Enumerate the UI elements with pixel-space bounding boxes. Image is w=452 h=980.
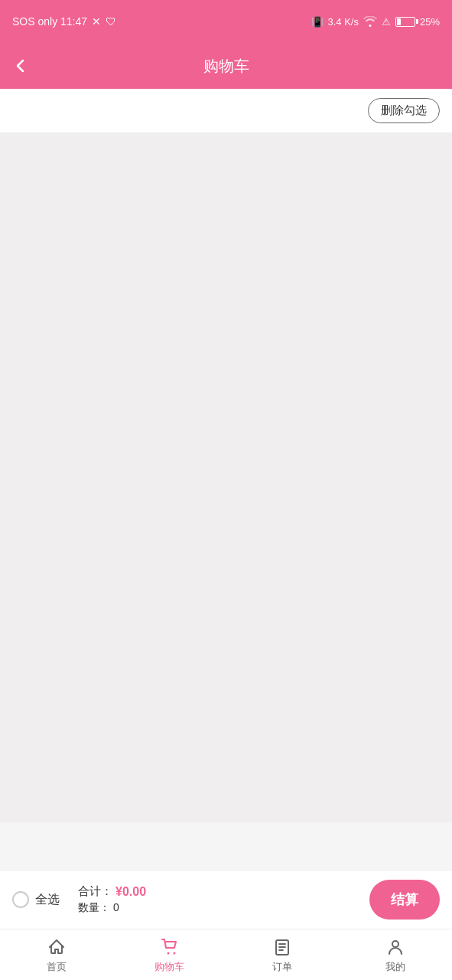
select-all-label: 全选 [35,892,60,908]
tab-orders[interactable]: 订单 [226,929,340,980]
battery-percent: 25% [420,16,440,28]
total-price-value: ¥0.00 [115,885,146,899]
battery-icon [395,17,415,27]
svg-point-0 [167,952,169,955]
total-price-row: 合计： ¥0.00 [78,884,360,899]
status-bar: SOS only 11:47 ✕ 🛡 📳 3.4 K/s ⚠ 25% [0,0,452,43]
tab-profile-label: 我的 [385,960,405,974]
cart-content [0,133,452,822]
tab-profile[interactable]: 我的 [339,929,452,980]
quantity-value: 0 [113,901,119,913]
bottom-bar: 全选 合计： ¥0.00 数量： 0 结算 首页 [0,870,452,980]
action-bar: 删除勾选 [0,89,452,133]
alert-icon: ⚠ [382,16,391,28]
shield-icon: 🛡 [106,15,116,28]
tab-home-label: 首页 [47,960,67,974]
delete-selected-button[interactable]: 删除勾选 [368,98,440,123]
select-all-area: 全选 [12,891,60,908]
cart-icon [160,937,180,957]
profile-icon [385,937,405,957]
tab-bar: 首页 购物车 订单 [0,929,452,980]
total-qty-row: 数量： 0 [78,901,360,915]
checkout-bar: 全选 合计： ¥0.00 数量： 0 结算 [0,870,452,929]
tab-cart-label: 购物车 [154,960,184,974]
total-label: 合计： [78,884,112,899]
home-icon [47,937,67,957]
header: 购物车 [0,43,452,89]
tab-cart[interactable]: 购物车 [113,929,226,980]
notification-icon: ✕ [92,15,101,28]
status-text: SOS only 11:47 [12,15,87,28]
totals: 合计： ¥0.00 数量： 0 [78,884,360,915]
orders-icon [272,937,292,957]
page-title: 购物车 [203,56,249,77]
tab-home[interactable]: 首页 [0,929,113,980]
svg-point-1 [173,952,175,955]
tab-orders-label: 订单 [272,960,292,974]
checkout-button[interactable]: 结算 [369,880,440,920]
wifi-icon [363,16,377,27]
svg-point-3 [392,941,398,947]
status-bar-right: 📳 3.4 K/s ⚠ 25% [311,16,441,28]
back-button[interactable] [12,57,29,74]
select-all-checkbox[interactable] [12,891,29,908]
status-bar-left: SOS only 11:47 ✕ 🛡 [12,15,116,28]
network-speed: 3.4 K/s [328,16,359,28]
vibrate-icon: 📳 [311,16,324,28]
quantity-label: 数量： [78,901,110,913]
